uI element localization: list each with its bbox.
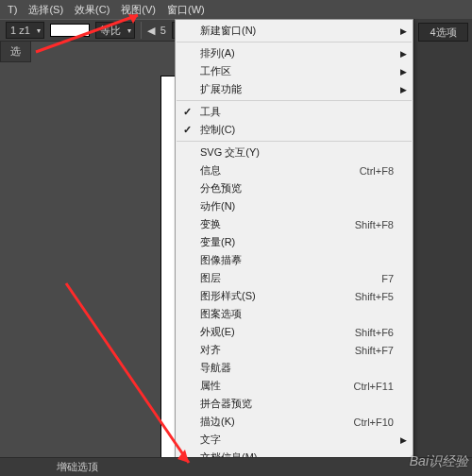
menu-item-shortcut: Shift+F8 [355, 219, 394, 230]
menu-item-shortcut: Shift+F6 [355, 327, 394, 338]
menu-item-label: 图层 [200, 271, 221, 285]
menu-separator [177, 100, 412, 101]
menu-item[interactable]: 拼合器预览 [176, 395, 413, 413]
menu-item-label: SVG 交互(Y) [200, 145, 260, 160]
menu-item[interactable]: 分色预览 [176, 179, 413, 197]
menu-item[interactable]: ✓控制(C) [176, 121, 413, 139]
menu-item-label: 新建窗口(N) [200, 24, 256, 38]
submenu-arrow-icon: ▶ [400, 67, 407, 76]
menu-item[interactable]: 导航器 [176, 359, 413, 377]
menu-item[interactable]: 图像描摹 [176, 251, 413, 269]
check-icon: ✓ [183, 106, 192, 118]
window-menu-dropdown: 新建窗口(N)▶排列(A)▶工作区▶扩展功能▶✓工具✓控制(C)SVG 交互(Y… [175, 19, 413, 476]
menu-item[interactable]: 动作(N) [176, 197, 413, 215]
menu-item-label: 分色预览 [200, 181, 242, 196]
menu-effect[interactable]: 效果(C) [75, 3, 110, 17]
right-panel-strip: 4选项 [413, 19, 472, 476]
menu-item-label: 文字 [200, 433, 221, 447]
menu-item[interactable]: 扩展功能▶ [176, 80, 413, 98]
menu-item-label: 工作区 [200, 64, 231, 78]
menu-separator [177, 141, 412, 142]
menu-separator [177, 42, 412, 42]
menu-item[interactable]: 图案选项 [176, 305, 413, 323]
submenu-arrow-icon: ▶ [400, 85, 407, 94]
menu-window[interactable]: 窗口(W) [167, 3, 205, 17]
menu-item[interactable]: 属性Ctrl+F11 [176, 377, 413, 395]
menu-item-label: 扩展功能 [200, 82, 242, 96]
menu-item[interactable]: 图形样式(S)Shift+F5 [176, 287, 413, 305]
watermark: Bai识经验 [410, 453, 468, 470]
menu-item-label: 拼合器预览 [200, 397, 252, 411]
shape-count-dec[interactable]: ◀ [147, 25, 155, 37]
menubar: T) 选择(S) 效果(C) 视图(V) 窗口(W) [0, 0, 472, 19]
menu-t[interactable]: T) [8, 4, 17, 15]
menu-item[interactable]: 文字▶ [176, 431, 413, 449]
menu-item-label: 控制(C) [200, 123, 235, 137]
menu-item-label: 排列(A) [200, 46, 235, 60]
menu-item-label: 对齐 [200, 343, 221, 357]
panel-tab-select[interactable]: 选 [0, 42, 31, 62]
menu-item[interactable]: 信息Ctrl+F8 [176, 162, 413, 179]
menu-item[interactable]: 新建窗口(N)▶ [176, 22, 413, 40]
submenu-arrow-icon: ▶ [400, 49, 407, 59]
menu-item-label: 导航器 [200, 361, 231, 375]
menu-item[interactable]: 描边(K)Ctrl+F10 [176, 413, 413, 431]
menu-item-shortcut: Ctrl+F8 [360, 165, 394, 177]
menu-item-shortcut: Ctrl+F11 [354, 381, 395, 392]
bottom-bar: 增础选顶 [0, 457, 472, 476]
menu-item-shortcut: Shift+F7 [355, 345, 394, 356]
menu-item-label: 属性 [200, 379, 221, 393]
menu-item-label: 工具 [200, 105, 221, 119]
submenu-arrow-icon: ▶ [400, 26, 407, 36]
check-icon: ✓ [183, 124, 192, 136]
menu-item[interactable]: ✓工具 [176, 103, 413, 121]
menu-item-label: 变量(R) [200, 235, 235, 249]
menu-item[interactable]: 排列(A)▶ [176, 44, 413, 62]
divider [141, 22, 142, 39]
menu-item[interactable]: 变换Shift+F8 [176, 215, 413, 233]
menu-item[interactable]: 变量(R) [176, 233, 413, 251]
menu-select[interactable]: 选择(S) [28, 3, 63, 17]
shape-count: 5 [160, 25, 166, 36]
menu-item-label: 图案选项 [200, 307, 242, 321]
menu-view[interactable]: 视图(V) [121, 3, 156, 17]
submenu-arrow-icon: ▶ [400, 435, 407, 445]
menu-item[interactable]: SVG 交互(Y) [176, 144, 413, 162]
stroke-preview[interactable] [50, 24, 90, 37]
zoom-select[interactable]: 1 z1 [6, 22, 44, 39]
menu-item-label: 图形样式(S) [200, 289, 256, 303]
menu-item-label: 图像描摹 [200, 253, 242, 267]
menu-item[interactable]: 图层F7 [176, 269, 413, 287]
menu-item-label: 动作(N) [200, 199, 235, 213]
menu-item-label: 描边(K) [200, 415, 235, 429]
options-button[interactable]: 4选项 [418, 23, 468, 42]
menu-item-shortcut: F7 [381, 273, 394, 284]
menu-item-label: 变换 [200, 217, 221, 231]
menu-item[interactable]: 外观(E)Shift+F6 [176, 323, 413, 341]
menu-item[interactable]: 工作区▶ [176, 62, 413, 80]
bottom-label[interactable]: 增础选顶 [57, 460, 98, 474]
stroke-mode-select[interactable]: 等比 [95, 22, 135, 39]
menu-item-label: 外观(E) [200, 325, 235, 339]
menu-item-shortcut: Shift+F5 [355, 291, 394, 302]
menu-item-label: 信息 [200, 163, 221, 178]
menu-item[interactable]: 对齐Shift+F7 [176, 341, 413, 359]
menu-item-shortcut: Ctrl+F10 [354, 416, 395, 428]
